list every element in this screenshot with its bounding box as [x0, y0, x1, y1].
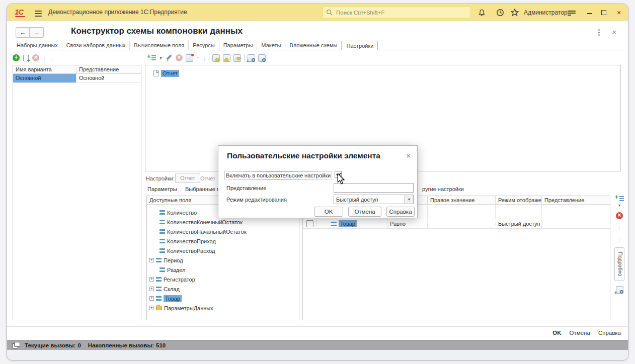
filter-row[interactable]: Товар Равно Быстрый доступ — [303, 219, 610, 229]
table-row[interactable]: Основной Основной — [13, 74, 141, 83]
maximize-button[interactable] — [599, 8, 608, 17]
expand-icon[interactable] — [149, 258, 154, 262]
field-label[interactable]: Количество — [167, 210, 197, 216]
filter-move-down-icon[interactable]: ↓ — [618, 236, 621, 242]
close-app-button[interactable]: × — [614, 8, 623, 17]
field-label[interactable]: КоличествоРасход — [167, 248, 215, 254]
tab-settings[interactable]: Настройки — [342, 41, 378, 50]
tab-calculated-fields[interactable]: Вычисляемые поля — [130, 41, 189, 50]
expand-icon[interactable] — [149, 287, 154, 291]
settings-report-button[interactable]: Отчет — [175, 173, 200, 183]
dialog-ok-button[interactable]: OK — [314, 207, 343, 217]
user-name[interactable]: Администратор — [524, 9, 568, 16]
add-settings-item-icon[interactable]: + — [147, 54, 156, 62]
filter-presentation-cell[interactable] — [542, 223, 610, 225]
dialog-help-button[interactable]: Справка — [386, 207, 415, 217]
favorites-icon[interactable] — [510, 8, 519, 17]
expand-icon[interactable] — [149, 306, 154, 310]
user-menu-icon[interactable] — [568, 10, 576, 17]
field-row[interactable]: КоличествоКонечныйОстаток — [147, 217, 299, 227]
settings-report-link[interactable]: Отчет — [200, 175, 215, 181]
tab-layouts[interactable]: Макеты — [257, 41, 285, 50]
field-row[interactable]: ПараметрыДанных — [147, 303, 299, 313]
preview-settings-icon[interactable] — [258, 54, 266, 62]
dialog-cancel-button[interactable]: Отмена — [348, 207, 381, 217]
filter-right-value-cell[interactable] — [428, 223, 496, 225]
copy-variant-icon[interactable] — [23, 55, 29, 61]
default-settings-icon[interactable] — [212, 54, 220, 62]
variant-presentation-cell[interactable]: Основной — [76, 74, 141, 82]
minimize-button[interactable] — [585, 9, 594, 18]
more-menu-icon[interactable] — [598, 29, 600, 36]
field-label[interactable]: КоличествоНачальныйОстаток — [167, 229, 247, 235]
field-label[interactable]: Регистратор — [164, 277, 195, 283]
field-label[interactable]: ПараметрыДанных — [164, 305, 213, 311]
tab-data-sets[interactable]: Наборы данных — [13, 41, 62, 50]
field-label[interactable]: Раздел — [167, 267, 185, 273]
column-header-presentation[interactable]: Представление — [542, 196, 610, 204]
field-row[interactable]: КоличествоПриход — [147, 236, 299, 246]
field-label[interactable]: КоличествоПриход — [167, 238, 216, 244]
tree-root-row[interactable]: Отчет — [145, 68, 620, 78]
search-input[interactable] — [335, 9, 467, 16]
filter-use-checkbox[interactable] — [306, 220, 313, 227]
move-down-icon[interactable]: ↓ — [202, 55, 206, 61]
expand-icon[interactable] — [149, 296, 154, 301]
tab-parameters[interactable]: Параметры — [219, 41, 258, 50]
field-row[interactable]: Регистратор — [147, 275, 299, 284]
column-header-right-value[interactable]: Правое значение — [428, 196, 496, 204]
variant-move-up-icon[interactable]: ↑ — [43, 55, 46, 61]
check-settings-icon[interactable] — [223, 54, 230, 62]
field-label[interactable]: Период — [164, 257, 183, 263]
column-header-variant-name[interactable]: Имя варианта — [13, 65, 76, 73]
field-row-selected[interactable]: Товар — [147, 294, 299, 303]
filter-condition-cell[interactable]: Равно — [387, 220, 428, 228]
move-up-icon[interactable]: ↑ — [196, 55, 200, 61]
filter-display-mode-cell[interactable]: Быстрый доступ — [496, 220, 542, 228]
field-row[interactable]: Период — [147, 255, 299, 265]
delete-filter-item-icon[interactable]: × — [616, 212, 623, 219]
delete-variant-icon[interactable]: × — [32, 54, 39, 61]
back-button[interactable]: ← — [16, 27, 30, 38]
main-menu-icon[interactable] — [35, 9, 42, 18]
close-form-button[interactable]: × — [610, 28, 618, 36]
column-header-display-mode[interactable]: Режим отображе.. — [496, 196, 542, 204]
tab-resources[interactable]: Ресурсы — [189, 41, 219, 50]
field-row[interactable]: Раздел — [147, 265, 299, 275]
combo-dropdown-icon[interactable]: ▼ — [405, 195, 413, 204]
ok-button[interactable]: OK — [552, 330, 561, 336]
column-header-presentation[interactable]: Представление — [76, 65, 141, 73]
field-row[interactable]: КоличествоНачальныйОстаток — [147, 227, 299, 236]
field-label[interactable]: КоличествоКонечныйОстаток — [167, 219, 243, 225]
filter-field-cell[interactable]: Товар — [339, 220, 357, 227]
constructor-icon[interactable] — [186, 54, 193, 62]
add-dropdown-icon[interactable]: ▼ — [159, 56, 163, 60]
add-variant-icon[interactable]: + — [13, 54, 20, 61]
help-button[interactable]: Справка — [598, 330, 621, 336]
field-row[interactable]: КоличествоРасход — [147, 246, 299, 255]
field-label[interactable]: Товар — [164, 295, 182, 302]
tab-nested-schemas[interactable]: Вложенные схемы — [285, 41, 342, 50]
history-icon[interactable] — [496, 8, 505, 17]
subtab-parameters[interactable]: Параметры — [147, 186, 177, 192]
calls-indicator-icon[interactable] — [12, 342, 21, 349]
forward-button[interactable]: → — [30, 27, 44, 38]
expand-icon[interactable] — [149, 277, 154, 282]
tab-data-set-links[interactable]: Связи наборов данных — [62, 41, 130, 50]
field-row[interactable]: Склад — [147, 284, 299, 294]
global-search[interactable] — [323, 7, 471, 18]
open-settings-add-icon[interactable]: + — [248, 54, 255, 62]
subtab-other-settings[interactable]: ругие настройки — [422, 186, 464, 192]
cancel-button[interactable]: Отмена — [570, 330, 590, 336]
tree-root-label[interactable]: Отчет — [161, 70, 179, 77]
field-label[interactable]: Склад — [164, 286, 180, 292]
settings-properties-icon[interactable] — [233, 54, 241, 62]
add-filter-item-icon[interactable]: + — [615, 195, 624, 203]
detail-button[interactable]: Подробно — [614, 247, 624, 281]
edit-item-icon[interactable] — [166, 54, 173, 61]
variant-move-down-icon[interactable]: ↓ — [50, 55, 53, 61]
edit-mode-combo[interactable]: Быстрый доступ ▼ — [334, 195, 414, 204]
filter-move-up-icon[interactable]: ↑ — [618, 224, 621, 231]
open-value-add-icon[interactable]: + — [616, 286, 623, 294]
delete-item-icon[interactable]: × — [176, 54, 183, 61]
